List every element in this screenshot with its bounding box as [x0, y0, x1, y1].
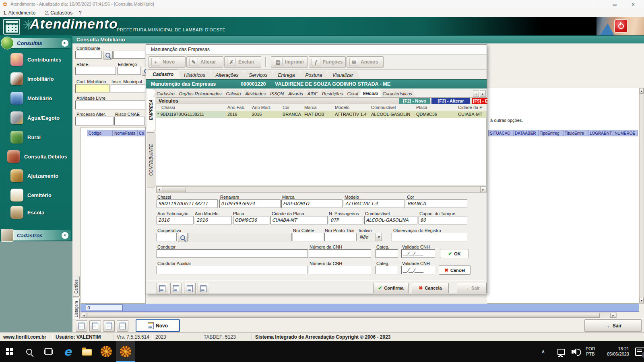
passageiros-input[interactable]	[329, 216, 363, 224]
scroll-right-arrow[interactable]: ▸	[610, 313, 616, 318]
itab-cadastro[interactable]: Cadastro	[153, 90, 178, 97]
contribuinte-name-input[interactable]	[113, 51, 145, 59]
itab-alvaras[interactable]: Alvarás	[285, 90, 307, 97]
novo-button[interactable]: Novo	[136, 319, 180, 332]
menu-atendimento[interactable]: 1. Atendimento	[3, 10, 35, 16]
scroll-left-arrow[interactable]: ◂	[81, 313, 87, 318]
tab-historicos[interactable]: Históricos	[177, 71, 213, 79]
main-horizontal-scrollbar[interactable]: ◂ ▸	[80, 313, 617, 318]
side-tab-contribuinte[interactable]: CONTRIBUINTE	[147, 132, 155, 187]
language-indicator[interactable]: POR PTB	[586, 341, 595, 362]
column-header[interactable]: Placa	[415, 104, 456, 111]
column-header[interactable]: Modelo	[333, 104, 369, 111]
itab-orgaos-relacionados[interactable]: Orgãos Relacionados	[175, 90, 225, 97]
sair-button[interactable]: → Sair	[584, 319, 642, 332]
combustivel-input[interactable]	[364, 216, 417, 224]
risco-cnae-input[interactable]	[114, 117, 145, 125]
modelo-input[interactable]	[344, 200, 405, 208]
sidebar-item-consulta-debitos[interactable]: Consulta Débitos	[7, 148, 68, 165]
sidebar-item-contribuintes[interactable]: Contribuintes	[10, 51, 71, 68]
observacao-input[interactable]	[392, 233, 467, 241]
column-header[interactable]: NomeFanta	[113, 130, 137, 136]
column-header[interactable]: DATAABER	[513, 130, 538, 136]
sidebar-item-imobiliario[interactable]: Imobiliário	[10, 71, 71, 87]
marca-input[interactable]	[281, 200, 343, 208]
column-header[interactable]: Co	[137, 130, 146, 136]
column-header[interactable]: Marca	[303, 104, 333, 111]
network-tray-icon[interactable]	[557, 341, 565, 362]
scroll-left-arrow[interactable]: ◂	[156, 187, 162, 192]
rgie-input[interactable]	[75, 67, 116, 75]
start-button[interactable]	[0, 341, 19, 362]
ok-button[interactable]: ✔ OK	[440, 249, 469, 258]
restore-button[interactable]: ▭	[608, 1, 621, 8]
itab-calculo[interactable]: Cálculo	[222, 90, 244, 97]
taskbar-explorer-button[interactable]	[77, 341, 97, 362]
grid-vertical-scrollbar[interactable]: ▴ ▾	[639, 88, 644, 304]
minimize-button[interactable]: —	[588, 1, 602, 8]
record-last-button[interactable]	[117, 320, 128, 332]
inativo-select[interactable]: Não ▼	[358, 233, 382, 241]
condutor-cnh-input[interactable]	[309, 249, 371, 258]
scroll-thumb[interactable]	[163, 187, 186, 192]
itab-aidf[interactable]: AIDF	[304, 90, 321, 97]
toolbar-anexos-button[interactable]: ✉Anexos	[347, 56, 384, 68]
cor-input[interactable]	[406, 200, 467, 208]
ano-fabricacao-input[interactable]	[157, 216, 194, 224]
menu-help[interactable]: ?	[79, 10, 82, 16]
dropdown-arrow-icon[interactable]: ▼	[376, 233, 382, 241]
condutor-aux-validade-input[interactable]	[401, 266, 435, 274]
condutor-aux-categ-input[interactable]	[376, 266, 398, 274]
action-center-button[interactable]: 1	[635, 341, 644, 362]
itab-atividades[interactable]: Atividades	[242, 90, 269, 97]
inscr-municipal-input[interactable]	[111, 84, 145, 93]
column-header[interactable]: LOGRAENT	[588, 130, 613, 136]
cod-mobiliario-input[interactable]	[75, 84, 109, 93]
toolbar-funcoes-button[interactable]: ƒFunções	[309, 56, 346, 68]
tab-alteracoes[interactable]: Alterações	[208, 71, 246, 79]
toolbar-excluir-button[interactable]: ✗Excluir	[224, 56, 261, 68]
condutor-validade-input[interactable]	[401, 249, 435, 258]
condutor-aux-cnh-input[interactable]	[309, 266, 371, 274]
inner-tabs-scroll-left[interactable]: ◂	[473, 90, 479, 97]
tab-servicos[interactable]: Serviços	[242, 71, 275, 79]
nro-colete-input[interactable]	[293, 233, 323, 241]
inner-tabs-scroll-right[interactable]: ▸	[480, 90, 486, 97]
volume-tray-icon[interactable]	[572, 341, 577, 362]
collapse-icon[interactable]: «	[62, 40, 68, 47]
itab-geral[interactable]: Geral	[344, 90, 362, 97]
sidebar-section-consultas[interactable]: Consultas «	[2, 38, 71, 48]
listagem-count-field[interactable]	[86, 304, 123, 311]
sidebar-item-rural[interactable]: Rural	[10, 129, 71, 145]
sidebar-item-cemiterio[interactable]: Cemitério	[10, 187, 71, 203]
dialog-record-next-button[interactable]	[184, 283, 196, 294]
cooperativa-code-input[interactable]	[157, 233, 177, 241]
itab-caracteristicas[interactable]: Características	[379, 90, 415, 97]
cidade-placa-input[interactable]	[270, 216, 328, 224]
taskbar-search-button[interactable]	[19, 341, 39, 362]
tab-visualizar[interactable]: Visualizar	[325, 71, 361, 79]
itab-issqn[interactable]: ISSQN	[266, 90, 287, 97]
dialog-sair-button[interactable]: → Sair	[457, 283, 487, 293]
condutor-auxiliar-input[interactable]	[157, 266, 308, 274]
condutor-input[interactable]	[157, 249, 308, 258]
grid-horizontal-scrollbar[interactable]: ◂ ▸	[156, 186, 487, 193]
taskbar-browser-button[interactable]: e	[58, 341, 77, 362]
contribuinte-code-input[interactable]	[75, 51, 102, 59]
processo-alter-input[interactable]	[75, 117, 114, 125]
capac-tanque-input[interactable]	[419, 216, 467, 224]
column-header[interactable]: Ano Mod.	[250, 104, 281, 111]
toolbar-novo-button[interactable]: +Novo	[149, 56, 186, 68]
cancela-button[interactable]: ✖ Cancela	[412, 283, 449, 293]
ano-modelo-input[interactable]	[195, 216, 232, 224]
tab-cadastro[interactable]: Cadastro	[145, 70, 181, 79]
column-header[interactable]: TituloEntre	[563, 130, 588, 136]
sidebar-section-cadastros[interactable]: Cadastros «	[2, 230, 71, 241]
scroll-right-arrow[interactable]: ▸	[480, 187, 486, 192]
column-header[interactable]: Codigo	[87, 130, 113, 136]
sidebar-item-mobiliario[interactable]: Mobiliário	[10, 90, 71, 106]
itab-veiculo[interactable]: Veículo	[359, 89, 382, 97]
record-next-button[interactable]	[103, 320, 115, 332]
close-button[interactable]: ×	[626, 1, 640, 8]
vehicle-row[interactable]: * 9BD11970UG1138211 2016 2016 BRANCA FIA…	[156, 111, 487, 118]
